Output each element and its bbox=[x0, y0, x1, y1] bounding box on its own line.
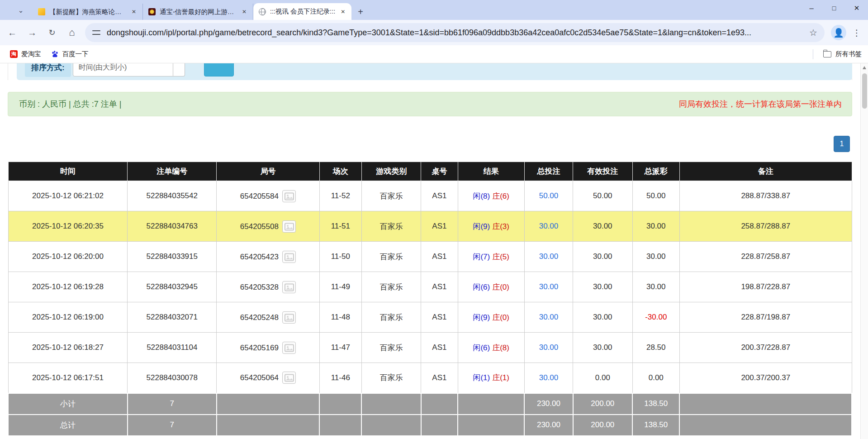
round-video-icon[interactable] bbox=[282, 190, 296, 202]
game-type-cell: 百家乐 bbox=[361, 181, 421, 211]
scrollbar-thumb[interactable] bbox=[862, 73, 867, 109]
valid-bet-cell: 30.00 bbox=[573, 302, 632, 333]
game-type-cell: 百家乐 bbox=[361, 211, 421, 242]
subtotal-cell-3 bbox=[319, 393, 361, 415]
bet-row: 2025-10-12 06:18:27522884031104654205169… bbox=[8, 333, 852, 363]
close-button[interactable]: ✕ bbox=[845, 0, 868, 16]
total-bet-cell: 50.00 bbox=[524, 181, 573, 211]
total-cell-7: 230.00 bbox=[524, 415, 573, 436]
session-cell: 11-46 bbox=[319, 363, 361, 393]
bookmark-baidu[interactable]: 百度一下 bbox=[51, 50, 89, 58]
result-cell: 闲(9)庄(0) bbox=[458, 302, 524, 333]
bet-record-table: 时间注单编号局号场次游戏类别桌号结果总投注有效投注总派彩备注 2025-10-1… bbox=[8, 162, 852, 436]
total-row: 总计7230.00200.00138.50 bbox=[8, 415, 852, 436]
bet-id-cell: 522884033915 bbox=[128, 242, 217, 272]
table-footer: 小计7230.00200.00138.50总计7230.00200.00138.… bbox=[8, 393, 852, 436]
tab-list-chevron-icon[interactable]: ⌄ bbox=[15, 5, 26, 16]
total-bet-cell: 30.00 bbox=[524, 363, 573, 393]
all-bookmarks-label[interactable]: 所有书签 bbox=[835, 50, 862, 58]
column-header-3: 场次 bbox=[319, 162, 361, 181]
subtotal-row: 小计7230.00200.00138.50 bbox=[8, 393, 852, 415]
total-bet-link[interactable]: 30.00 bbox=[539, 343, 559, 352]
subtotal-cell-4 bbox=[361, 393, 421, 415]
round-cell: 654205328 bbox=[217, 272, 320, 302]
tab-close-icon[interactable]: ✕ bbox=[240, 8, 248, 16]
tab-close-icon[interactable]: ✕ bbox=[339, 8, 347, 16]
payout-cell: 50.00 bbox=[632, 181, 679, 211]
total-bet-link[interactable]: 30.00 bbox=[539, 222, 559, 230]
subtotal-cell-6 bbox=[458, 393, 524, 415]
minimize-button[interactable]: ─ bbox=[800, 0, 823, 16]
subtotal-cell-7: 230.00 bbox=[524, 393, 573, 415]
bet-id-cell: 522884031104 bbox=[128, 333, 217, 363]
page-scrollbar[interactable] bbox=[860, 63, 868, 439]
session-cell: 11-51 bbox=[319, 211, 361, 242]
round-video-icon[interactable] bbox=[282, 311, 296, 324]
session-cell: 11-47 bbox=[319, 333, 361, 363]
back-icon[interactable]: ← bbox=[5, 25, 20, 40]
total-cell-10 bbox=[679, 415, 852, 436]
round-video-icon[interactable] bbox=[282, 342, 296, 354]
maximize-button[interactable]: □ bbox=[823, 0, 845, 16]
subtotal-cell-10 bbox=[679, 393, 852, 415]
tab-tongbao[interactable]: 通宝-信誉最好的网上游戏平台 ✕ bbox=[143, 4, 253, 20]
total-cell-3 bbox=[319, 415, 361, 436]
menu-kebab-icon[interactable]: ⋮ bbox=[850, 25, 863, 40]
table-header-row: 时间注单编号局号场次游戏类别桌号结果总投注有效投注总派彩备注 bbox=[8, 162, 852, 181]
session-cell: 11-48 bbox=[319, 302, 361, 333]
currency-summary-text: 币别 : 人民币 | 总共 :7 注单 | bbox=[19, 99, 121, 110]
bookmark-star-icon[interactable]: ☆ bbox=[809, 27, 817, 38]
new-tab-button[interactable]: + bbox=[354, 5, 367, 18]
valid-bet-cell: 30.00 bbox=[573, 333, 632, 363]
tab-forum[interactable]: 【新提醒】海燕策略论坛 - 综合 ✕ bbox=[33, 4, 143, 20]
tab-bet-record-active[interactable]: :::视讯 会员下注纪录::: ✕ bbox=[253, 3, 351, 20]
sort-select-cap bbox=[173, 63, 185, 76]
tab-title: 【新提醒】海燕策略论坛 - 综合 bbox=[49, 8, 126, 16]
round-cell: 654205584 bbox=[217, 181, 320, 211]
column-header-6: 结果 bbox=[458, 162, 524, 181]
total-bet-link[interactable]: 30.00 bbox=[539, 373, 559, 382]
globe-favicon-icon bbox=[259, 8, 266, 15]
round-number: 654205248 bbox=[240, 313, 279, 321]
total-cell-5 bbox=[421, 415, 458, 436]
time-cell: 2025-10-12 06:19:28 bbox=[8, 272, 128, 302]
round-cell: 654205423 bbox=[217, 242, 320, 272]
folder-icon bbox=[823, 51, 831, 57]
total-bet-link[interactable]: 30.00 bbox=[539, 252, 559, 261]
tab-close-icon[interactable]: ✕ bbox=[130, 8, 138, 16]
profile-avatar[interactable]: 👤 bbox=[831, 25, 846, 40]
page-number-button[interactable]: 1 bbox=[834, 136, 850, 152]
total-bet-link[interactable]: 30.00 bbox=[539, 282, 559, 291]
total-bet-link[interactable]: 30.00 bbox=[539, 313, 559, 321]
time-cell: 2025-10-12 06:18:27 bbox=[8, 333, 128, 363]
column-header-10: 备注 bbox=[679, 162, 852, 181]
bet-id-cell: 522884032071 bbox=[128, 302, 217, 333]
table-no-cell: AS1 bbox=[421, 242, 458, 272]
table-body: 2025-10-12 06:21:02522884035542654205584… bbox=[8, 181, 852, 393]
sort-select[interactable]: 时间(由大到小) bbox=[73, 63, 173, 76]
valid-bet-cell: 30.00 bbox=[573, 272, 632, 302]
address-bar[interactable]: dongshouji.com/ipl/portal.php/game/betre… bbox=[85, 23, 825, 42]
column-header-4: 游戏类别 bbox=[361, 162, 421, 181]
round-number: 654205064 bbox=[240, 373, 279, 382]
time-cell: 2025-10-12 06:20:00 bbox=[8, 242, 128, 272]
round-video-icon[interactable] bbox=[282, 251, 296, 263]
site-settings-icon[interactable] bbox=[92, 30, 100, 35]
subtotal-cell-2 bbox=[217, 393, 320, 415]
bookmark-aitaobao[interactable]: 淘 爱淘宝 bbox=[10, 50, 41, 58]
scroll-up-icon[interactable] bbox=[863, 66, 866, 69]
round-video-icon[interactable] bbox=[282, 281, 296, 293]
search-button[interactable] bbox=[204, 63, 234, 76]
reload-icon[interactable]: ↻ bbox=[44, 25, 60, 40]
round-number: 654205328 bbox=[240, 282, 279, 291]
bookmarks-divider bbox=[813, 49, 813, 59]
total-bet-cell: 30.00 bbox=[524, 333, 573, 363]
round-video-icon[interactable] bbox=[282, 220, 296, 233]
result-cell: 闲(8)庄(6) bbox=[458, 181, 524, 211]
home-icon[interactable]: ⌂ bbox=[64, 25, 80, 40]
table-no-cell: AS1 bbox=[421, 363, 458, 393]
total-bet-link[interactable]: 50.00 bbox=[539, 191, 559, 200]
round-video-icon[interactable] bbox=[282, 372, 296, 384]
forward-icon[interactable]: → bbox=[24, 25, 40, 40]
session-cell: 11-52 bbox=[319, 181, 361, 211]
